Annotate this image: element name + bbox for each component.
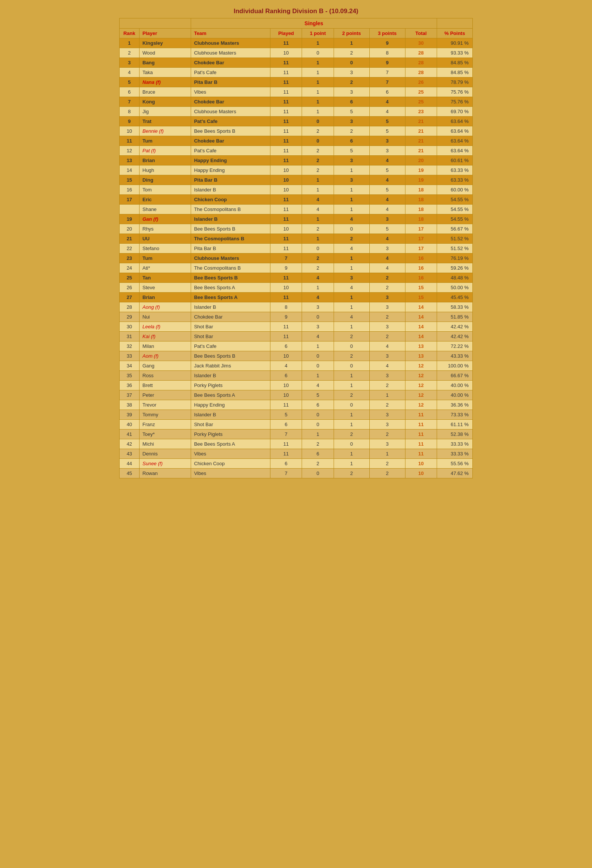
cell-3pt: 1: [369, 390, 405, 400]
header-3pt: 3 points: [369, 29, 405, 38]
table-row: 6BruceVibes111362575.76 %: [120, 87, 473, 97]
cell-player: Kingsley: [139, 38, 191, 48]
cell-player: Peter: [139, 390, 191, 400]
cell-rank: 5: [120, 77, 140, 87]
cell-player: Nui: [139, 312, 191, 322]
table-row: 28Aong (f)Islander B83131458.33 %: [120, 302, 473, 312]
cell-pct: 52.38 %: [437, 429, 472, 439]
cell-played: 5: [270, 410, 302, 420]
cell-total: 11: [405, 439, 437, 449]
cell-rank: 11: [120, 136, 140, 146]
table-row: 14HughHappy Ending102151963.33 %: [120, 165, 473, 175]
cell-2pt: 4: [334, 312, 369, 322]
cell-rank: 34: [120, 361, 140, 371]
cell-player: Rhys: [139, 224, 191, 234]
cell-pct: 36.36 %: [437, 400, 472, 410]
cell-2pt: 1: [334, 38, 369, 48]
cell-played: 11: [270, 97, 302, 107]
cell-team: The Cosmopolitans B: [191, 205, 270, 214]
cell-1pt: 0: [302, 361, 334, 371]
singles-header: Singles: [191, 18, 437, 29]
cell-3pt: 7: [369, 68, 405, 77]
header-played: Played: [270, 29, 302, 38]
cell-rank: 3: [120, 58, 140, 68]
table-row: 45RowanVibes70221047.62 %: [120, 469, 473, 478]
table-row: 15DingPita Bar B101341963.33 %: [120, 175, 473, 185]
cell-pct: 40.00 %: [437, 390, 472, 400]
cell-1pt: 2: [302, 439, 334, 449]
cell-player: Brett: [139, 381, 191, 390]
cell-team: Pat's Cafe: [191, 341, 270, 351]
cell-player: Kai (f): [139, 332, 191, 341]
cell-team: Happy Ending: [191, 165, 270, 175]
cell-player: Ding: [139, 175, 191, 185]
cell-3pt: 3: [369, 293, 405, 302]
table-row: 44Sunee (f)Chicken Coop62121055.56 %: [120, 459, 473, 469]
cell-1pt: 5: [302, 390, 334, 400]
cell-played: 11: [270, 117, 302, 126]
cell-total: 20: [405, 156, 437, 165]
cell-team: Islander B: [191, 371, 270, 381]
cell-played: 6: [270, 420, 302, 429]
cell-player: Wood: [139, 48, 191, 58]
cell-1pt: 0: [302, 136, 334, 146]
cell-1pt: 0: [302, 469, 334, 478]
cell-team: Chokdee Bar: [191, 58, 270, 68]
cell-2pt: 2: [334, 126, 369, 136]
cell-team: Clubhouse Masters: [191, 38, 270, 48]
cell-1pt: 3: [302, 302, 334, 312]
cell-pct: 66.67 %: [437, 371, 472, 381]
cell-player: Nana (f): [139, 77, 191, 87]
cell-2pt: 1: [334, 263, 369, 273]
cell-pct: 73.33 %: [437, 410, 472, 420]
cell-3pt: 3: [369, 371, 405, 381]
table-row: 4TakaPat's Cafe111372884.85 %: [120, 68, 473, 77]
cell-played: 11: [270, 400, 302, 410]
cell-player: Gang: [139, 361, 191, 371]
cell-3pt: 5: [369, 224, 405, 234]
cell-rank: 12: [120, 146, 140, 156]
cell-rank: 22: [120, 244, 140, 253]
cell-1pt: 4: [302, 195, 334, 205]
cell-team: Pita Bar B: [191, 175, 270, 185]
cell-total: 28: [405, 48, 437, 58]
cell-team: Chicken Coop: [191, 459, 270, 469]
cell-1pt: 1: [302, 185, 334, 195]
header-1pt: 1 point: [302, 29, 334, 38]
cell-team: Bee Bees Sports B: [191, 224, 270, 234]
table-row: 42MichiBee Bees Sports A112031133.33 %: [120, 439, 473, 449]
cell-2pt: 2: [334, 48, 369, 58]
cell-1pt: 1: [302, 175, 334, 185]
cell-team: Porky Piglets: [191, 381, 270, 390]
cell-player: Hugh: [139, 165, 191, 175]
cell-1pt: 0: [302, 420, 334, 429]
cell-rank: 28: [120, 302, 140, 312]
cell-3pt: 3: [369, 302, 405, 312]
cell-3pt: 3: [369, 146, 405, 156]
cell-team: Pat's Cafe: [191, 68, 270, 77]
cell-1pt: 1: [302, 341, 334, 351]
cell-pct: 75.76 %: [437, 87, 472, 97]
cell-team: Pat's Cafe: [191, 146, 270, 156]
cell-1pt: 4: [302, 293, 334, 302]
cell-3pt: 2: [369, 273, 405, 283]
cell-1pt: 0: [302, 244, 334, 253]
cell-1pt: 1: [302, 429, 334, 439]
cell-2pt: 1: [334, 293, 369, 302]
table-row: 40FranzShot Bar60131161.11 %: [120, 420, 473, 429]
table-row: 31Kai (f)Shot Bar114221442.42 %: [120, 332, 473, 341]
cell-total: 14: [405, 332, 437, 341]
cell-total: 18: [405, 185, 437, 195]
cell-pct: 60.00 %: [437, 185, 472, 195]
cell-1pt: 1: [302, 371, 334, 381]
table-row: 37PeterBee Bees Sports A105211240.00 %: [120, 390, 473, 400]
cell-rank: 23: [120, 253, 140, 263]
header-team: Team: [191, 29, 270, 38]
cell-played: 7: [270, 429, 302, 439]
cell-3pt: 4: [369, 205, 405, 214]
cell-rank: 7: [120, 97, 140, 107]
cell-played: 11: [270, 244, 302, 253]
table-row: 30Leela (f)Shot Bar113131442.42 %: [120, 322, 473, 332]
cell-player: Milan: [139, 341, 191, 351]
cell-team: Shot Bar: [191, 420, 270, 429]
